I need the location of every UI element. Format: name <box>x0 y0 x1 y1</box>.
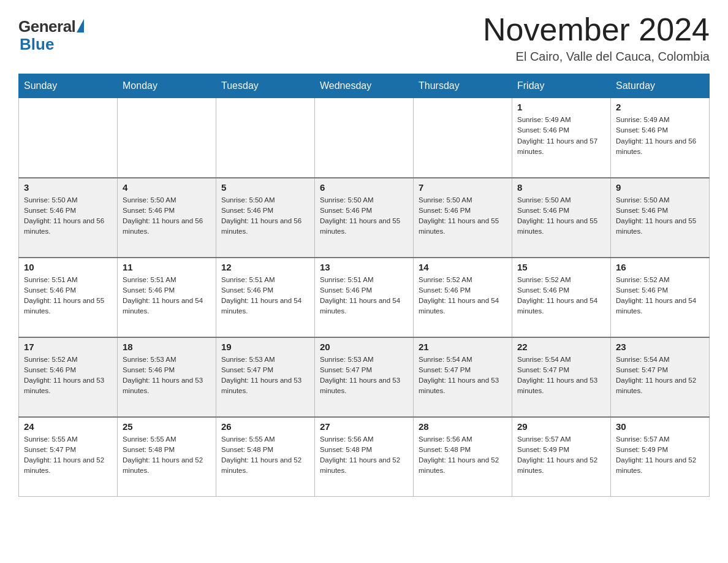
calendar-cell: 12Sunrise: 5:51 AMSunset: 5:46 PMDayligh… <box>216 258 315 337</box>
day-number: 18 <box>123 342 211 352</box>
day-info: Sunrise: 5:57 AMSunset: 5:49 PMDaylight:… <box>616 434 704 477</box>
day-number: 15 <box>517 262 605 272</box>
day-number: 2 <box>616 102 704 112</box>
day-number: 3 <box>24 182 112 193</box>
logo: General Blue <box>18 12 84 54</box>
calendar-table: SundayMondayTuesdayWednesdayThursdayFrid… <box>18 74 710 497</box>
day-info: Sunrise: 5:50 AMSunset: 5:46 PMDaylight:… <box>221 195 309 237</box>
logo-general-text: General <box>18 17 75 36</box>
day-info: Sunrise: 5:56 AMSunset: 5:48 PMDaylight:… <box>320 434 408 477</box>
day-number: 20 <box>320 342 408 352</box>
calendar-cell: 7Sunrise: 5:50 AMSunset: 5:46 PMDaylight… <box>414 178 512 258</box>
calendar-cell: 23Sunrise: 5:54 AMSunset: 5:47 PMDayligh… <box>611 337 710 417</box>
calendar-cell: 4Sunrise: 5:50 AMSunset: 5:46 PMDaylight… <box>118 178 216 258</box>
day-number: 6 <box>320 182 408 193</box>
calendar-cell: 30Sunrise: 5:57 AMSunset: 5:49 PMDayligh… <box>611 417 710 497</box>
day-number: 7 <box>419 182 507 193</box>
day-info: Sunrise: 5:52 AMSunset: 5:46 PMDaylight:… <box>419 275 507 317</box>
day-number: 30 <box>616 421 704 432</box>
day-info: Sunrise: 5:53 AMSunset: 5:47 PMDaylight:… <box>221 354 309 397</box>
day-info: Sunrise: 5:54 AMSunset: 5:47 PMDaylight:… <box>517 354 605 397</box>
calendar-cell: 2Sunrise: 5:49 AMSunset: 5:46 PMDaylight… <box>611 98 710 178</box>
week-row-2: 3Sunrise: 5:50 AMSunset: 5:46 PMDaylight… <box>19 178 710 258</box>
calendar-cell: 3Sunrise: 5:50 AMSunset: 5:46 PMDaylight… <box>19 178 118 258</box>
calendar-cell: 16Sunrise: 5:52 AMSunset: 5:46 PMDayligh… <box>611 258 710 337</box>
calendar-cell: 15Sunrise: 5:52 AMSunset: 5:46 PMDayligh… <box>512 258 611 337</box>
title-section: November 2024 El Cairo, Valle del Cauca,… <box>483 12 710 64</box>
calendar-cell: 1Sunrise: 5:49 AMSunset: 5:46 PMDaylight… <box>512 98 611 178</box>
day-info: Sunrise: 5:52 AMSunset: 5:46 PMDaylight:… <box>517 275 605 317</box>
day-number: 17 <box>24 342 112 352</box>
day-number: 23 <box>616 342 704 352</box>
calendar-cell: 6Sunrise: 5:50 AMSunset: 5:46 PMDaylight… <box>315 178 414 258</box>
day-info: Sunrise: 5:50 AMSunset: 5:46 PMDaylight:… <box>320 195 408 237</box>
day-info: Sunrise: 5:51 AMSunset: 5:46 PMDaylight:… <box>320 275 408 317</box>
day-info: Sunrise: 5:51 AMSunset: 5:46 PMDaylight:… <box>221 275 309 317</box>
header-day-tuesday: Tuesday <box>216 74 315 98</box>
day-number: 10 <box>24 262 112 272</box>
week-row-5: 24Sunrise: 5:55 AMSunset: 5:47 PMDayligh… <box>19 417 710 497</box>
day-info: Sunrise: 5:50 AMSunset: 5:46 PMDaylight:… <box>419 195 507 237</box>
calendar-cell <box>414 98 512 178</box>
header-day-sunday: Sunday <box>19 74 118 98</box>
calendar-cell: 14Sunrise: 5:52 AMSunset: 5:46 PMDayligh… <box>414 258 512 337</box>
header: General Blue November 2024 El Cairo, Val… <box>18 12 710 64</box>
calendar-cell: 20Sunrise: 5:53 AMSunset: 5:47 PMDayligh… <box>315 337 414 417</box>
week-row-4: 17Sunrise: 5:52 AMSunset: 5:46 PMDayligh… <box>19 337 710 417</box>
location-title: El Cairo, Valle del Cauca, Colombia <box>483 50 710 64</box>
logo-triangle-icon <box>77 19 84 33</box>
header-day-wednesday: Wednesday <box>315 74 414 98</box>
day-info: Sunrise: 5:52 AMSunset: 5:46 PMDaylight:… <box>616 275 704 317</box>
header-row: SundayMondayTuesdayWednesdayThursdayFrid… <box>19 74 710 98</box>
calendar-cell: 18Sunrise: 5:53 AMSunset: 5:46 PMDayligh… <box>118 337 216 417</box>
day-number: 12 <box>221 262 309 272</box>
day-info: Sunrise: 5:50 AMSunset: 5:46 PMDaylight:… <box>616 195 704 237</box>
day-number: 25 <box>123 421 211 432</box>
header-day-friday: Friday <box>512 74 611 98</box>
day-number: 13 <box>320 262 408 272</box>
day-info: Sunrise: 5:51 AMSunset: 5:46 PMDaylight:… <box>24 275 112 317</box>
day-number: 26 <box>221 421 309 432</box>
calendar-cell: 22Sunrise: 5:54 AMSunset: 5:47 PMDayligh… <box>512 337 611 417</box>
day-number: 5 <box>221 182 309 193</box>
calendar-cell: 17Sunrise: 5:52 AMSunset: 5:46 PMDayligh… <box>19 337 118 417</box>
calendar-cell <box>315 98 414 178</box>
day-info: Sunrise: 5:50 AMSunset: 5:46 PMDaylight:… <box>123 195 211 237</box>
day-number: 21 <box>419 342 507 352</box>
calendar-cell: 27Sunrise: 5:56 AMSunset: 5:48 PMDayligh… <box>315 417 414 497</box>
day-info: Sunrise: 5:55 AMSunset: 5:48 PMDaylight:… <box>221 434 309 477</box>
calendar-cell: 26Sunrise: 5:55 AMSunset: 5:48 PMDayligh… <box>216 417 315 497</box>
day-info: Sunrise: 5:54 AMSunset: 5:47 PMDaylight:… <box>419 354 507 397</box>
calendar-cell: 5Sunrise: 5:50 AMSunset: 5:46 PMDaylight… <box>216 178 315 258</box>
day-info: Sunrise: 5:52 AMSunset: 5:46 PMDaylight:… <box>24 354 112 397</box>
day-number: 29 <box>517 421 605 432</box>
logo-blue-text: Blue <box>20 35 54 54</box>
calendar-cell: 19Sunrise: 5:53 AMSunset: 5:47 PMDayligh… <box>216 337 315 417</box>
day-number: 8 <box>517 182 605 193</box>
calendar-cell: 10Sunrise: 5:51 AMSunset: 5:46 PMDayligh… <box>19 258 118 337</box>
day-info: Sunrise: 5:56 AMSunset: 5:48 PMDaylight:… <box>419 434 507 477</box>
calendar-cell: 11Sunrise: 5:51 AMSunset: 5:46 PMDayligh… <box>118 258 216 337</box>
calendar-cell <box>19 98 118 178</box>
day-number: 24 <box>24 421 112 432</box>
day-info: Sunrise: 5:55 AMSunset: 5:48 PMDaylight:… <box>123 434 211 477</box>
day-number: 4 <box>123 182 211 193</box>
day-number: 27 <box>320 421 408 432</box>
day-number: 14 <box>419 262 507 272</box>
calendar-cell: 29Sunrise: 5:57 AMSunset: 5:49 PMDayligh… <box>512 417 611 497</box>
day-info: Sunrise: 5:57 AMSunset: 5:49 PMDaylight:… <box>517 434 605 477</box>
calendar-cell: 21Sunrise: 5:54 AMSunset: 5:47 PMDayligh… <box>414 337 512 417</box>
day-number: 9 <box>616 182 704 193</box>
day-number: 28 <box>419 421 507 432</box>
day-info: Sunrise: 5:53 AMSunset: 5:47 PMDaylight:… <box>320 354 408 397</box>
day-number: 16 <box>616 262 704 272</box>
day-info: Sunrise: 5:49 AMSunset: 5:46 PMDaylight:… <box>517 115 605 157</box>
day-number: 22 <box>517 342 605 352</box>
calendar-cell: 25Sunrise: 5:55 AMSunset: 5:48 PMDayligh… <box>118 417 216 497</box>
day-info: Sunrise: 5:50 AMSunset: 5:46 PMDaylight:… <box>24 195 112 237</box>
day-info: Sunrise: 5:49 AMSunset: 5:46 PMDaylight:… <box>616 115 704 157</box>
calendar-cell: 13Sunrise: 5:51 AMSunset: 5:46 PMDayligh… <box>315 258 414 337</box>
week-row-1: 1Sunrise: 5:49 AMSunset: 5:46 PMDaylight… <box>19 98 710 178</box>
day-number: 1 <box>517 102 605 112</box>
calendar-cell: 24Sunrise: 5:55 AMSunset: 5:47 PMDayligh… <box>19 417 118 497</box>
